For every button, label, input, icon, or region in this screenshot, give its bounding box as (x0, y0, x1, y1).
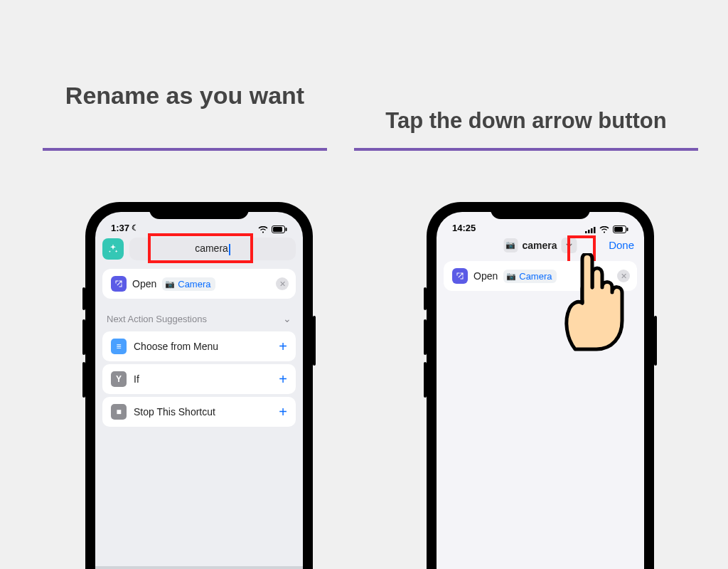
notch (491, 202, 590, 219)
status-time: 1:37 (111, 223, 129, 233)
status-right (257, 225, 287, 233)
add-suggestion-button[interactable]: + (279, 339, 287, 355)
shortcut-title-input[interactable]: camera (129, 238, 296, 260)
notch (149, 202, 249, 219)
side-button (424, 319, 427, 355)
suggestion-item[interactable]: ≡ Choose from Menu + (102, 331, 296, 361)
side-button (654, 316, 657, 366)
app-chip-label: Camera (519, 271, 552, 282)
camera-icon: 📷 (503, 238, 518, 252)
camera-icon: 📷 (165, 280, 175, 289)
do-not-disturb-icon: ☾ (132, 223, 139, 233)
battery-icon (613, 225, 628, 233)
screen: 1:37 ☾ camera Open 📷 (95, 212, 303, 569)
app-chip-label: Camera (178, 279, 210, 289)
title-options-dropdown[interactable] (562, 238, 577, 253)
shortcut-color-icon[interactable] (102, 238, 124, 260)
action-open-app-card[interactable]: Open 📷 Camera ✕ (102, 269, 296, 299)
svg-rect-8 (614, 227, 623, 232)
side-button (82, 287, 85, 310)
cellular-icon (585, 226, 596, 233)
suggestion-item[interactable]: Y If + (102, 364, 296, 394)
svg-rect-2 (286, 228, 287, 231)
caption-left: Rename as you want (43, 80, 327, 111)
status-time: 14:25 (452, 223, 476, 233)
caption-right: Tap the down arrow button (354, 107, 698, 135)
underline-left (43, 148, 327, 151)
chevron-down-icon (566, 242, 573, 249)
svg-rect-4 (588, 230, 590, 233)
side-button (424, 287, 427, 310)
suggestions-list: ≡ Choose from Menu + Y If + ■ Stop This … (95, 331, 303, 427)
wifi-icon (257, 226, 269, 233)
suggestions-header-label: Next Action Suggestions (107, 314, 207, 324)
svg-rect-9 (627, 228, 628, 231)
status-right (585, 225, 628, 233)
open-app-icon (111, 276, 127, 292)
stop-icon: ■ (111, 404, 127, 420)
side-button (82, 319, 85, 355)
keyboard[interactable]: → @#/&_ ABC DEF ⌫ ↺ GHI JKL MNO 空白 (95, 566, 303, 569)
underline-right (354, 148, 698, 151)
suggestions-header[interactable]: Next Action Suggestions ⌄ (95, 303, 303, 329)
app-chip[interactable]: 📷 Camera (162, 277, 215, 291)
wifi-icon (599, 226, 610, 233)
shortcut-header: camera (95, 233, 303, 265)
phone-mockup-left: 1:37 ☾ camera Open 📷 (85, 202, 313, 569)
suggestion-label: If (134, 373, 139, 385)
screen: 14:25 📷 camera Done (437, 212, 644, 569)
tap-hand-illustration (554, 253, 639, 356)
shortcut-title[interactable]: 📷 camera (503, 238, 577, 253)
phone-mockup-right: 14:25 📷 camera Done (427, 202, 654, 569)
svg-rect-1 (273, 227, 282, 232)
side-button (313, 316, 316, 366)
action-verb: Open (473, 270, 498, 282)
menu-icon: ≡ (111, 339, 127, 354)
done-button[interactable]: Done (609, 239, 634, 251)
add-suggestion-button[interactable]: + (279, 371, 287, 388)
action-verb: Open (132, 278, 156, 289)
clear-action-button[interactable]: ✕ (276, 277, 289, 290)
battery-icon (272, 225, 287, 233)
camera-icon: 📷 (506, 272, 516, 281)
chevron-down-icon: ⌄ (283, 313, 291, 324)
suggestion-item[interactable]: ■ Stop This Shortcut + (102, 397, 296, 427)
add-suggestion-button[interactable]: + (279, 404, 287, 420)
title-text: camera (195, 243, 230, 255)
svg-rect-6 (594, 227, 596, 233)
suggestion-label: Choose from Menu (134, 341, 218, 352)
suggestion-label: Stop This Shortcut (134, 406, 215, 418)
side-button (424, 362, 427, 398)
title-text: camera (522, 240, 557, 251)
svg-rect-5 (591, 228, 593, 233)
if-icon: Y (111, 371, 127, 387)
side-button (82, 362, 85, 398)
open-app-icon (452, 268, 468, 284)
text-cursor (229, 244, 230, 255)
sparkle-icon (107, 243, 119, 255)
app-chip[interactable]: 📷 Camera (503, 270, 556, 283)
svg-rect-3 (585, 231, 587, 233)
